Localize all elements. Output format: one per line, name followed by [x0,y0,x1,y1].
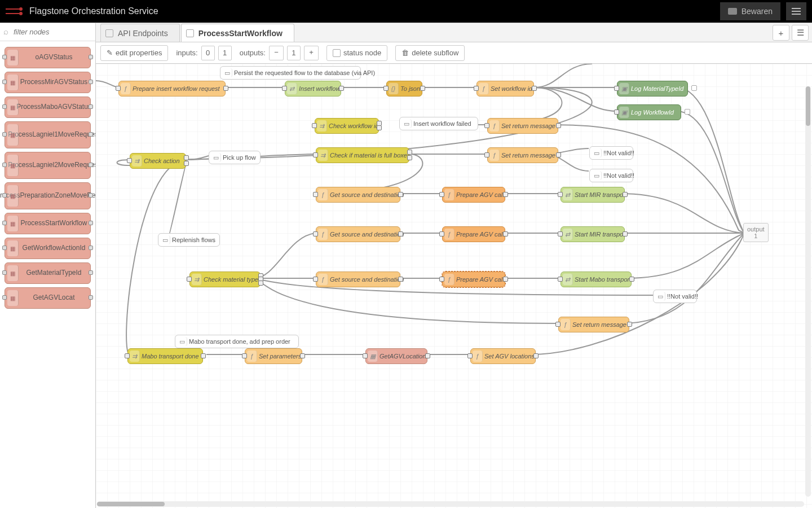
header-bar: Flagstone Orchestration Service Bewaren [0,0,812,23]
app-title: Flagstone Orchestration Service [29,6,158,16]
brand-icon [6,7,25,15]
brand: Flagstone Orchestration Service [6,6,158,16]
deploy-icon [728,8,737,15]
menu-button[interactable] [786,2,806,20]
hamburger-icon [792,6,801,16]
deploy-button[interactable]: Bewaren [720,2,780,20]
